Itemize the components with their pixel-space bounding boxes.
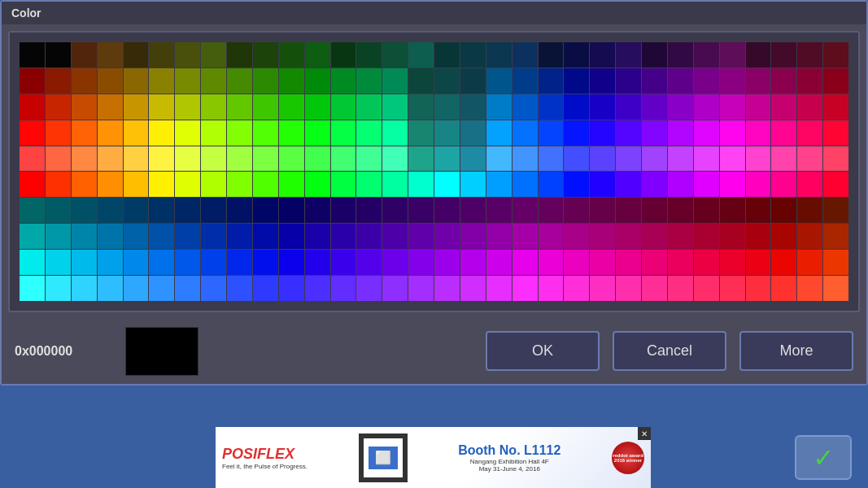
color-cell[interactable] bbox=[746, 94, 771, 120]
color-cell[interactable] bbox=[72, 94, 97, 120]
color-cell[interactable] bbox=[305, 198, 330, 223]
color-cell[interactable] bbox=[720, 68, 745, 94]
color-cell[interactable] bbox=[513, 42, 538, 68]
color-cell[interactable] bbox=[694, 172, 719, 197]
color-cell[interactable] bbox=[201, 94, 226, 120]
color-cell[interactable] bbox=[124, 42, 149, 68]
color-cell[interactable] bbox=[797, 42, 822, 68]
color-cell[interactable] bbox=[331, 146, 356, 172]
color-cell[interactable] bbox=[382, 42, 408, 68]
color-cell[interactable] bbox=[98, 42, 123, 68]
color-cell[interactable] bbox=[460, 146, 486, 172]
color-cell[interactable] bbox=[305, 120, 330, 146]
color-cell[interactable] bbox=[201, 224, 226, 249]
color-cell[interactable] bbox=[720, 276, 745, 301]
color-cell[interactable] bbox=[72, 68, 97, 94]
color-cell[interactable] bbox=[227, 224, 252, 249]
color-cell[interactable] bbox=[513, 276, 538, 301]
color-cell[interactable] bbox=[746, 276, 771, 301]
color-cell[interactable] bbox=[408, 172, 434, 197]
color-cell[interactable] bbox=[771, 146, 796, 172]
color-cell[interactable] bbox=[746, 224, 771, 249]
color-cell[interactable] bbox=[564, 250, 589, 275]
color-cell[interactable] bbox=[797, 120, 822, 146]
color-cell[interactable] bbox=[564, 198, 589, 223]
color-cell[interactable] bbox=[175, 172, 200, 197]
color-cell[interactable] bbox=[124, 224, 149, 249]
color-cell[interactable] bbox=[539, 68, 564, 94]
color-cell[interactable] bbox=[720, 224, 745, 249]
close-ad-button[interactable]: ✕ bbox=[638, 427, 651, 440]
color-cell[interactable] bbox=[149, 120, 174, 146]
color-cell[interactable] bbox=[434, 42, 460, 68]
color-cell[interactable] bbox=[460, 94, 486, 120]
color-cell[interactable] bbox=[797, 224, 822, 249]
color-cell[interactable] bbox=[486, 42, 512, 68]
color-cell[interactable] bbox=[539, 276, 564, 301]
color-cell[interactable] bbox=[434, 172, 460, 197]
color-cell[interactable] bbox=[46, 68, 71, 94]
color-cell[interactable] bbox=[616, 94, 641, 120]
color-cell[interactable] bbox=[642, 250, 667, 275]
color-cell[interactable] bbox=[149, 276, 174, 301]
color-cell[interactable] bbox=[590, 146, 615, 172]
color-cell[interactable] bbox=[382, 250, 408, 275]
color-cell[interactable] bbox=[356, 250, 382, 275]
color-cell[interactable] bbox=[486, 94, 512, 120]
color-cell[interactable] bbox=[201, 276, 226, 301]
color-cell[interactable] bbox=[20, 94, 45, 120]
color-cell[interactable] bbox=[175, 42, 200, 68]
color-cell[interactable] bbox=[72, 276, 97, 301]
color-cell[interactable] bbox=[331, 172, 356, 197]
color-cell[interactable] bbox=[72, 146, 97, 172]
color-cell[interactable] bbox=[227, 120, 252, 146]
color-cell[interactable] bbox=[771, 250, 796, 275]
color-cell[interactable] bbox=[797, 68, 822, 94]
color-cell[interactable] bbox=[460, 172, 486, 197]
color-cell[interactable] bbox=[616, 42, 641, 68]
color-cell[interactable] bbox=[616, 68, 641, 94]
color-cell[interactable] bbox=[408, 224, 434, 249]
color-cell[interactable] bbox=[201, 198, 226, 223]
color-cell[interactable] bbox=[382, 68, 408, 94]
color-cell[interactable] bbox=[434, 94, 460, 120]
color-cell[interactable] bbox=[797, 198, 822, 223]
color-cell[interactable] bbox=[253, 276, 278, 301]
color-cell[interactable] bbox=[175, 250, 200, 275]
color-cell[interactable] bbox=[539, 120, 564, 146]
color-cell[interactable] bbox=[797, 146, 822, 172]
color-cell[interactable] bbox=[149, 146, 174, 172]
color-cell[interactable] bbox=[201, 250, 226, 275]
color-cell[interactable] bbox=[149, 198, 174, 223]
color-cell[interactable] bbox=[253, 68, 278, 94]
color-cell[interactable] bbox=[279, 68, 304, 94]
color-cell[interactable] bbox=[124, 172, 149, 197]
color-cell[interactable] bbox=[771, 42, 796, 68]
color-cell[interactable] bbox=[616, 120, 641, 146]
color-cell[interactable] bbox=[460, 224, 486, 249]
color-cell[interactable] bbox=[539, 94, 564, 120]
color-cell[interactable] bbox=[227, 172, 252, 197]
color-cell[interactable] bbox=[694, 198, 719, 223]
color-cell[interactable] bbox=[175, 120, 200, 146]
color-cell[interactable] bbox=[98, 198, 123, 223]
color-cell[interactable] bbox=[797, 172, 822, 197]
color-cell[interactable] bbox=[46, 224, 71, 249]
color-cell[interactable] bbox=[771, 94, 796, 120]
color-cell[interactable] bbox=[616, 224, 641, 249]
color-cell[interactable] bbox=[382, 94, 408, 120]
color-cell[interactable] bbox=[46, 94, 71, 120]
color-cell[interactable] bbox=[720, 120, 745, 146]
color-cell[interactable] bbox=[771, 198, 796, 223]
color-cell[interactable] bbox=[694, 42, 719, 68]
color-cell[interactable] bbox=[668, 68, 693, 94]
color-cell[interactable] bbox=[564, 42, 589, 68]
color-cell[interactable] bbox=[20, 120, 45, 146]
color-cell[interactable] bbox=[98, 120, 123, 146]
color-cell[interactable] bbox=[408, 146, 434, 172]
color-cell[interactable] bbox=[253, 42, 278, 68]
color-cell[interactable] bbox=[486, 146, 512, 172]
color-cell[interactable] bbox=[408, 68, 434, 94]
color-cell[interactable] bbox=[590, 94, 615, 120]
color-cell[interactable] bbox=[668, 94, 693, 120]
